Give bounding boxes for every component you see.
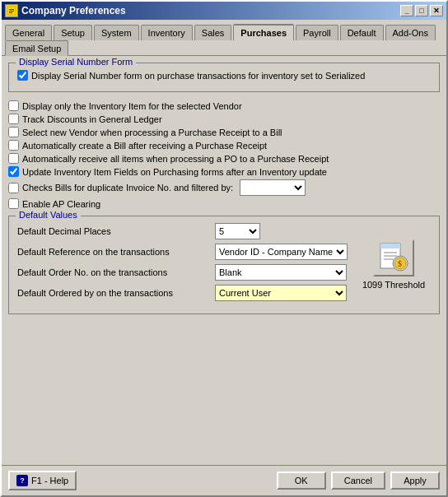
- svg-rect-1: [9, 9, 14, 10]
- title-bar: Company Preferences _ □ ✕: [2, 2, 446, 20]
- tab-payroll[interactable]: Payroll: [296, 25, 338, 40]
- serial-number-checkbox[interactable]: [17, 70, 28, 81]
- checkbox-7[interactable]: [8, 198, 19, 209]
- checkboxes-section: Display only the Inventory Item for the …: [8, 100, 440, 209]
- svg-rect-3: [9, 12, 12, 13]
- company-preferences-window: Company Preferences _ □ ✕ General Setup …: [0, 0, 448, 497]
- checkbox-3[interactable]: [8, 140, 19, 151]
- checkbox-row-6: Checks Bills for duplicate Invoice No. a…: [8, 179, 440, 196]
- default-row-1: Default Reference on the transactions Ve…: [17, 244, 350, 260]
- checkbox-label-0: Display only the Inventory Item for the …: [22, 101, 242, 111]
- checkbox-5[interactable]: [8, 166, 19, 177]
- threshold-label: 1099 Threshold: [362, 280, 425, 290]
- checkbox-row-5: Update Inventory Item Fields on Purchasi…: [8, 166, 440, 177]
- checkbox-row-1: Track Discounts in General Ledger: [8, 114, 440, 124]
- help-icon: ?: [16, 475, 28, 486]
- default-row-2: Default Order No. on the transactions Bl…: [17, 264, 350, 281]
- checkbox-label-2: Select new Vendor when processing a Purc…: [22, 128, 282, 137]
- threshold-button[interactable]: $: [373, 239, 414, 276]
- default-values-group: Default Values Default Decimal Places 5 …: [8, 216, 440, 314]
- checkbox-label-1: Track Discounts in General Ledger: [22, 114, 162, 124]
- default-label-3: Default Ordered by on the transactions: [17, 288, 215, 298]
- window-title: Company Preferences: [21, 5, 126, 16]
- order-no-select[interactable]: Blank: [215, 264, 347, 281]
- minimize-button[interactable]: _: [400, 5, 413, 16]
- checkbox-row-2: Select new Vendor when processing a Purc…: [8, 127, 440, 137]
- close-button[interactable]: ✕: [430, 5, 443, 16]
- maximize-button[interactable]: □: [415, 5, 428, 16]
- checkbox-label-3: Automatically create a Bill after receiv…: [22, 141, 267, 151]
- default-values-title: Default Values: [16, 210, 81, 220]
- checkbox-label-5: Update Inventory Item Fields on Purchasi…: [22, 167, 327, 177]
- reference-select[interactable]: Vendor ID - Company Name: [215, 244, 348, 260]
- svg-rect-5: [380, 244, 400, 248]
- tab-purchases[interactable]: Purchases: [233, 24, 294, 40]
- title-controls: _ □ ✕: [400, 5, 443, 16]
- checkbox-label-4: Automatically receive all items when pro…: [22, 154, 329, 164]
- ok-button[interactable]: OK: [277, 471, 326, 490]
- checkbox-label-7: Enable AP Clearing: [22, 199, 100, 209]
- checkbox-row-3: Automatically create a Bill after receiv…: [8, 140, 440, 151]
- cancel-button[interactable]: Cancel: [331, 471, 385, 490]
- svg-rect-2: [9, 11, 14, 12]
- checkbox-row-4: Automatically receive all items when pro…: [8, 153, 440, 164]
- default-row-3: Default Ordered by on the transactions C…: [17, 285, 350, 301]
- help-label: F1 - Help: [31, 476, 68, 485]
- tab-sales[interactable]: Sales: [194, 25, 232, 40]
- bottom-right: OK Cancel Apply: [277, 471, 440, 490]
- bottom-bar: ? F1 - Help OK Cancel Apply: [2, 465, 446, 495]
- serial-number-checkbox-row: Display Serial Number form on purchase t…: [17, 70, 431, 81]
- serial-number-group: Display Serial Number Form Display Seria…: [8, 63, 440, 92]
- apply-button[interactable]: Apply: [390, 471, 440, 490]
- checkbox-6[interactable]: [8, 183, 19, 193]
- tab-setup[interactable]: Setup: [54, 25, 92, 40]
- default-label-2: Default Order No. on the transactions: [17, 267, 215, 277]
- ordered-by-select[interactable]: Current User: [215, 285, 347, 301]
- decimal-places-select[interactable]: 5: [215, 223, 260, 239]
- serial-number-label: Display Serial Number form on purchase t…: [31, 71, 365, 81]
- main-content: Display Serial Number Form Display Seria…: [2, 55, 446, 465]
- default-label-1: Default Reference on the transactions: [17, 247, 215, 257]
- tab-addons[interactable]: Add-Ons: [385, 25, 436, 40]
- svg-text:$: $: [398, 259, 402, 268]
- default-label-0: Default Decimal Places: [17, 226, 215, 236]
- tabs-container: General Setup System Inventory Sales Pur…: [2, 20, 446, 55]
- checkbox-0[interactable]: [8, 100, 19, 111]
- checkbox-2[interactable]: [8, 127, 19, 137]
- title-bar-left: Company Preferences: [5, 4, 126, 17]
- tab-system[interactable]: System: [94, 25, 139, 40]
- default-left: Default Decimal Places 5 Default Referen…: [17, 223, 350, 305]
- checkbox-row-0: Display only the Inventory Item for the …: [8, 100, 440, 111]
- tab-default[interactable]: Default: [340, 25, 384, 40]
- tab-inventory[interactable]: Inventory: [141, 25, 193, 40]
- window-icon: [5, 4, 18, 17]
- default-inner: Default Decimal Places 5 Default Referen…: [17, 223, 431, 305]
- checkbox-row-7: Enable AP Clearing: [8, 198, 440, 209]
- default-row-0: Default Decimal Places 5: [17, 223, 350, 239]
- threshold-section: $ 1099 Threshold: [357, 223, 431, 305]
- checkbox-4[interactable]: [8, 153, 19, 164]
- bottom-left: ? F1 - Help: [8, 471, 77, 490]
- help-button[interactable]: ? F1 - Help: [8, 471, 77, 490]
- tab-emailsetup[interactable]: Email Setup: [5, 40, 68, 56]
- checkbox-1[interactable]: [8, 114, 19, 124]
- checkbox-label-6: Checks Bills for duplicate Invoice No. a…: [22, 183, 233, 193]
- serial-number-group-title: Display Serial Number Form: [16, 57, 136, 67]
- filtered-by-dropdown[interactable]: [240, 179, 306, 196]
- tab-general[interactable]: General: [5, 25, 52, 40]
